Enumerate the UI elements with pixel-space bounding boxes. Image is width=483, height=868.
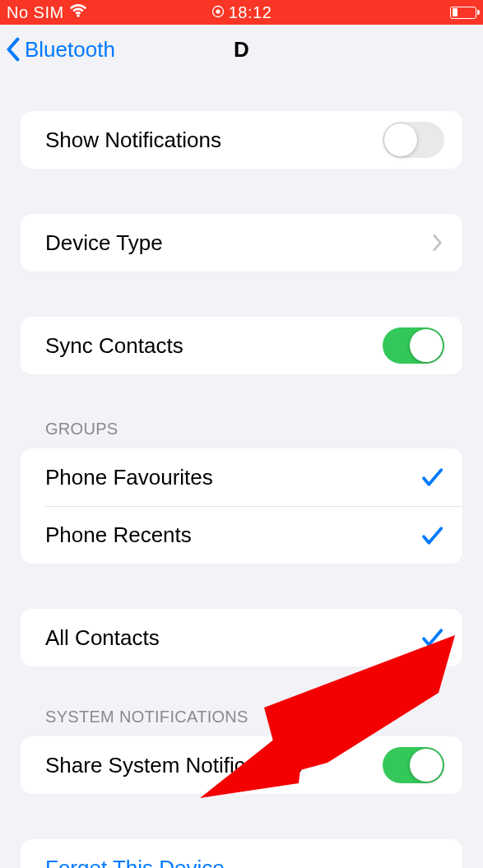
label-share-system-notifications: Share System Notifications <box>45 753 383 778</box>
row-phone-favourites[interactable]: Phone Favourites <box>21 448 462 506</box>
back-label: Bluetooth <box>25 37 115 63</box>
group-sync-contacts: Sync Contacts <box>21 317 462 374</box>
row-sync-contacts[interactable]: Sync Contacts <box>21 317 462 374</box>
recording-icon <box>211 3 225 22</box>
label-sync-contacts: Sync Contacts <box>45 333 383 359</box>
group-show-notifications: Show Notifications <box>21 111 462 169</box>
group-groups: Phone Favourites Phone Recents <box>21 448 462 564</box>
forget-label: Forget This Device <box>45 856 225 869</box>
label-show-notifications: Show Notifications <box>45 128 383 153</box>
status-right <box>320 7 476 19</box>
chevron-left-icon <box>5 37 21 62</box>
carrier-text: No SIM <box>7 3 64 22</box>
group-device-type: Device Type <box>21 214 462 272</box>
toggle-sync-contacts[interactable] <box>383 327 444 364</box>
row-share-system-notifications[interactable]: Share System Notifications <box>21 736 462 794</box>
clock-text: 18:12 <box>229 3 272 22</box>
svg-point-1 <box>216 9 220 13</box>
status-bar: No SIM 18:12 <box>0 0 483 25</box>
row-phone-recents[interactable]: Phone Recents <box>45 506 462 564</box>
label-phone-favourites: Phone Favourites <box>45 465 420 490</box>
forget-this-device-button[interactable]: Forget This Device <box>21 839 462 868</box>
section-header-system-notifications: SYSTEM NOTIFICATIONS <box>45 708 462 726</box>
section-header-groups: GROUPS <box>45 420 462 439</box>
group-all-contacts: All Contacts <box>21 609 462 666</box>
label-phone-recents: Phone Recents <box>45 522 420 548</box>
nav-bar: Bluetooth D <box>0 25 483 74</box>
row-device-type[interactable]: Device Type <box>21 214 462 272</box>
battery-icon <box>450 7 476 19</box>
checkmark-icon <box>420 465 444 490</box>
row-show-notifications[interactable]: Show Notifications <box>21 111 462 169</box>
checkmark-icon <box>420 625 444 650</box>
group-system-notifications: Share System Notifications <box>21 736 462 794</box>
checkmark-icon <box>420 523 444 548</box>
back-button[interactable]: Bluetooth <box>0 37 115 63</box>
wifi-icon <box>69 3 87 22</box>
status-center: 18:12 <box>163 3 319 22</box>
toggle-share-system-notifications[interactable] <box>383 747 444 783</box>
toggle-show-notifications[interactable] <box>383 122 444 158</box>
status-left: No SIM <box>7 3 163 22</box>
label-all-contacts: All Contacts <box>45 625 420 651</box>
chevron-right-icon <box>431 233 444 253</box>
row-all-contacts[interactable]: All Contacts <box>21 609 462 666</box>
label-device-type: Device Type <box>45 230 431 256</box>
